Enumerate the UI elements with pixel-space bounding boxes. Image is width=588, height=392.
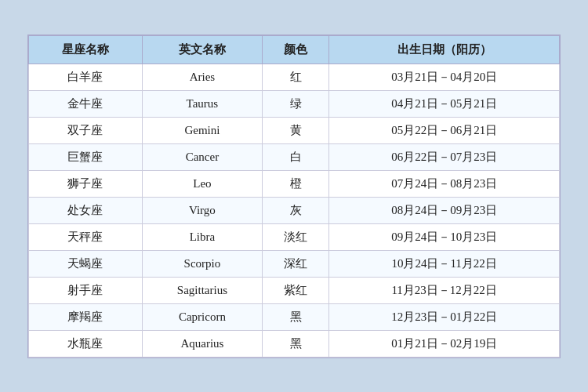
table-row: 金牛座Taurus绿04月21日－05月21日: [29, 90, 560, 117]
cell-r8-c2: 紫红: [262, 277, 328, 303]
cell-r6-c3: 09月24日－10月23日: [329, 223, 560, 250]
cell-r8-c3: 11月23日－12月22日: [329, 277, 560, 303]
cell-r10-c3: 01月21日－02月19日: [329, 330, 560, 357]
cell-r4-c1: Leo: [142, 170, 262, 197]
table-row: 处女座Virgo灰08月24日－09月23日: [29, 197, 560, 223]
table-body: 白羊座Aries红03月21日－04月20日金牛座Taurus绿04月21日－0…: [29, 64, 560, 357]
cell-r8-c0: 射手座: [29, 277, 143, 303]
cell-r3-c3: 06月22日－07月23日: [329, 143, 560, 170]
header-col-0: 星座名称: [29, 35, 143, 64]
cell-r10-c0: 水瓶座: [29, 330, 143, 357]
cell-r9-c1: Capricorn: [142, 303, 262, 330]
cell-r1-c2: 绿: [262, 90, 328, 117]
cell-r9-c3: 12月23日－01月22日: [329, 303, 560, 330]
cell-r9-c2: 黑: [262, 303, 328, 330]
cell-r5-c0: 处女座: [29, 197, 143, 223]
cell-r0-c1: Aries: [142, 64, 262, 90]
cell-r5-c3: 08月24日－09月23日: [329, 197, 560, 223]
cell-r7-c2: 深红: [262, 250, 328, 277]
cell-r2-c3: 05月22日－06月21日: [329, 117, 560, 143]
table-row: 双子座Gemini黄05月22日－06月21日: [29, 117, 560, 143]
cell-r6-c0: 天秤座: [29, 223, 143, 250]
cell-r10-c1: Aquarius: [142, 330, 262, 357]
cell-r4-c0: 狮子座: [29, 170, 143, 197]
zodiac-table-container: 星座名称英文名称颜色出生日期（阳历） 白羊座Aries红03月21日－04月20…: [27, 34, 561, 358]
table-row: 狮子座Leo橙07月24日－08月23日: [29, 170, 560, 197]
cell-r2-c0: 双子座: [29, 117, 143, 143]
cell-r6-c2: 淡红: [262, 223, 328, 250]
table-header-row: 星座名称英文名称颜色出生日期（阳历）: [29, 35, 560, 64]
cell-r7-c1: Scorpio: [142, 250, 262, 277]
table-row: 天秤座Libra淡红09月24日－10月23日: [29, 223, 560, 250]
cell-r4-c3: 07月24日－08月23日: [329, 170, 560, 197]
header-col-1: 英文名称: [142, 35, 262, 64]
cell-r4-c2: 橙: [262, 170, 328, 197]
cell-r3-c1: Cancer: [142, 143, 262, 170]
header-col-2: 颜色: [262, 35, 328, 64]
cell-r9-c0: 摩羯座: [29, 303, 143, 330]
cell-r6-c1: Libra: [142, 223, 262, 250]
cell-r7-c3: 10月24日－11月22日: [329, 250, 560, 277]
cell-r10-c2: 黑: [262, 330, 328, 357]
zodiac-table: 星座名称英文名称颜色出生日期（阳历） 白羊座Aries红03月21日－04月20…: [28, 35, 560, 358]
table-row: 天蝎座Scorpio深红10月24日－11月22日: [29, 250, 560, 277]
cell-r7-c0: 天蝎座: [29, 250, 143, 277]
cell-r2-c1: Gemini: [142, 117, 262, 143]
cell-r5-c1: Virgo: [142, 197, 262, 223]
table-row: 摩羯座Capricorn黑12月23日－01月22日: [29, 303, 560, 330]
cell-r3-c0: 巨蟹座: [29, 143, 143, 170]
cell-r8-c1: Sagittarius: [142, 277, 262, 303]
table-row: 水瓶座Aquarius黑01月21日－02月19日: [29, 330, 560, 357]
table-row: 白羊座Aries红03月21日－04月20日: [29, 64, 560, 90]
cell-r1-c1: Taurus: [142, 90, 262, 117]
cell-r3-c2: 白: [262, 143, 328, 170]
table-row: 巨蟹座Cancer白06月22日－07月23日: [29, 143, 560, 170]
table-row: 射手座Sagittarius紫红11月23日－12月22日: [29, 277, 560, 303]
cell-r2-c2: 黄: [262, 117, 328, 143]
cell-r0-c0: 白羊座: [29, 64, 143, 90]
cell-r1-c0: 金牛座: [29, 90, 143, 117]
cell-r1-c3: 04月21日－05月21日: [329, 90, 560, 117]
header-col-3: 出生日期（阳历）: [329, 35, 560, 64]
cell-r5-c2: 灰: [262, 197, 328, 223]
cell-r0-c2: 红: [262, 64, 328, 90]
cell-r0-c3: 03月21日－04月20日: [329, 64, 560, 90]
